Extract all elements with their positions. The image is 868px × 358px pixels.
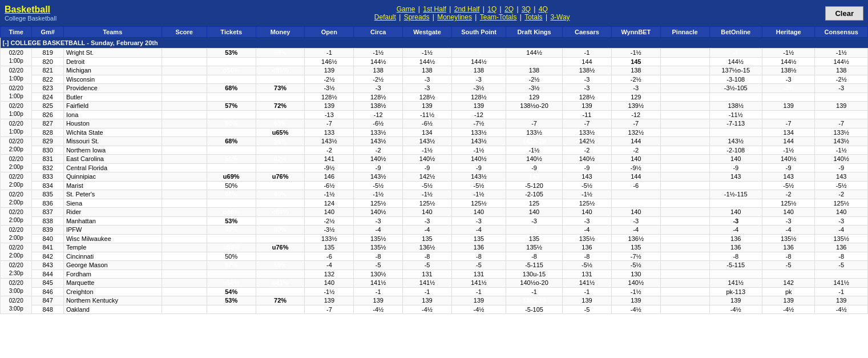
table-row: 02/20 2:00p829Missouri St.68%56%143½143½…	[1, 137, 868, 146]
col-tickets: Tickets	[207, 27, 256, 38]
col-circa: Circa	[354, 27, 403, 38]
table-row: 822Wisconsin68%58%-2½-2½-3-3-2½-3-2½-3-1…	[1, 75, 868, 84]
table-row: 832Central Floridao60%o71%-9½-9-9-9-9-9-…	[1, 163, 868, 172]
col-money: Money	[256, 27, 305, 38]
table-row: 834Marist50%63%-6½-5½-5½-5½-5-120-5½-6-5…	[1, 181, 868, 190]
app-subtitle: College Basketball	[5, 15, 119, 22]
nav-team-totals[interactable]: Team-Totals	[480, 13, 517, 21]
nav-4q[interactable]: 4Q	[539, 5, 548, 13]
table-row: 02/20 3:00p845Marquetteu56%o81%140141½14…	[1, 279, 868, 288]
table-row: 02/20 2:30p843George Mason62%59%-4-5-5-5…	[1, 261, 868, 270]
col-heritage: Heritage	[762, 27, 814, 38]
col-betonline: BetOnline	[709, 27, 762, 38]
col-wynnbet: WynnBET	[611, 27, 660, 38]
table-row: 02/20 1:00p825Fairfield57%72%139138½1391…	[1, 102, 868, 111]
table-row: 02/20 2:00p831East Carolina56%82%141140½…	[1, 155, 868, 164]
table-row: 02/20 3:00p847Northern Kentucky53%72%139…	[1, 296, 868, 305]
col-consensus: Consensus	[815, 27, 868, 38]
col-westgate: Westgate	[403, 27, 452, 38]
table-row: 02/20 2:00p839IPFW83%80%-3½-4-4-4-4-4-4-…	[1, 226, 868, 235]
table-row: 02/20 1:00p827Houston60%63%-7-6½-6½-7½-7…	[1, 119, 868, 128]
table-row: 828Wichita Stateo57%u65%133133½134133½13…	[1, 128, 868, 137]
table-row: 02/20 1:00p821Michigano50%o85%1391381381…	[1, 66, 868, 75]
nav-game[interactable]: Game	[397, 5, 415, 13]
table-row: 02/20 2:00p841Templeu68%u76%135135½136½1…	[1, 243, 868, 252]
nav-default[interactable]: Default	[374, 13, 396, 21]
col-open: Open	[305, 27, 354, 38]
table-row: 840Wisc Milwaukeeo72%o96%133½135½1351351…	[1, 234, 868, 243]
col-teams: Teams	[63, 27, 162, 38]
table-row: 820Detroitu73%u82%146½144½144½144½-1-105…	[1, 57, 868, 66]
col-pinnacle: Pinnacle	[660, 27, 709, 38]
app-header: Basketball College Basketball Game | 1st…	[0, 0, 868, 26]
col-southpoint: South Point	[451, 27, 506, 38]
table-row: 02/20 1:00p823Providence68%73%-3½-3-3-3½…	[1, 84, 868, 93]
table-row: 848Oaklandu91%u94%-7-4½-4½-4½-5-105-5-4½…	[1, 305, 868, 314]
nav-3q[interactable]: 3Q	[522, 5, 531, 13]
table-row: 836Sienao82%o92%124125½125½125½125125½12…	[1, 199, 868, 208]
clear-button[interactable]: Clear	[825, 6, 863, 21]
nav-moneylines[interactable]: Moneylines	[437, 13, 472, 21]
table-row: 844Fordhamu60%u95%132130½131131130u-1513…	[1, 269, 868, 279]
nav-spreads[interactable]: Spreads	[404, 13, 430, 21]
nav-2q[interactable]: 2Q	[504, 5, 514, 13]
table-row: 826Ionau55%u64%-13-12-11½-12-11½-105-11-…	[1, 110, 868, 119]
col-draftkings: Draft Kings	[506, 27, 563, 38]
table-row: 02/20 1:00p819Wright St.53%59%-1-1½-1½-1…	[1, 49, 868, 58]
nav-3way[interactable]: 3-Way	[550, 13, 570, 21]
section-header: [-] COLLEGE BASKETBALL - Sunday, Februar…	[1, 38, 868, 49]
nav-totals[interactable]: Totals	[524, 13, 542, 21]
col-caesars: Caesars	[563, 27, 612, 38]
nav-first-half[interactable]: 1st Half	[423, 5, 446, 13]
nav-1q[interactable]: 1Q	[487, 5, 496, 13]
nav-links: Game | 1st Half | 2nd Half | 1Q | 2Q | 3…	[119, 5, 825, 21]
table-row: 842Cincinnati50%60%-6-8-8-8-8-8-7½-8-8-8	[1, 252, 868, 261]
col-gm: Gm#	[32, 27, 63, 38]
table-row: 02/20 2:00p837Ridero66%o64%140140½140140…	[1, 208, 868, 217]
table-row: 02/20 2:00p835St. Peter's68%86%-1½-1½-1½…	[1, 190, 868, 199]
table-row: 824Butlero60%u55%128½128½128½128½129128½…	[1, 92, 868, 102]
col-score: Score	[162, 27, 207, 38]
table-row: 846Creighton54%84%-1½-1-1-1-1-1-1½pk-113…	[1, 287, 868, 296]
app-title[interactable]: Basketball	[5, 5, 119, 15]
table-row: 830Northern Iowau54%o51%-2-2-1½-1½-1½-2-…	[1, 146, 868, 155]
table-row: 838Manhattan53%83%-2½-3-3-3-3-3-3-3-3-3	[1, 216, 868, 226]
nav-second-half[interactable]: 2nd Half	[454, 5, 480, 13]
table-row: 02/20 2:00p833Quinnipiacu69%u76%146143½1…	[1, 172, 868, 182]
col-time: Time	[1, 27, 32, 38]
